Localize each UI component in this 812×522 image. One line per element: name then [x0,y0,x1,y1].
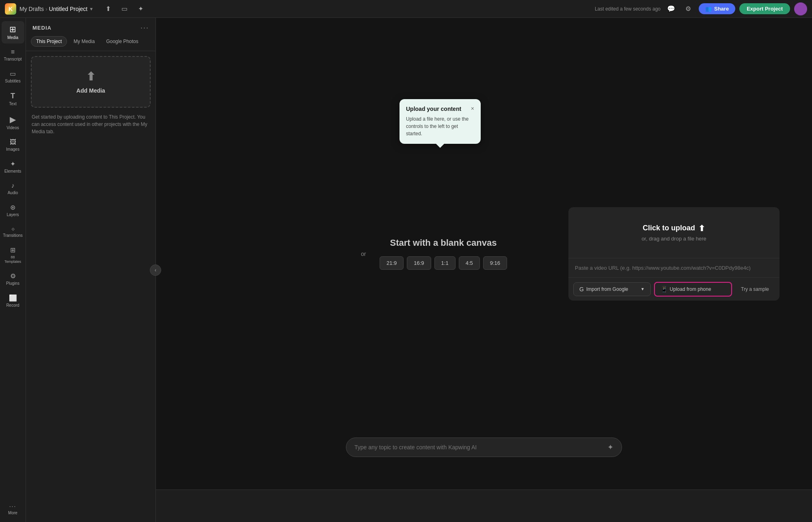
share-icon: 👥 [705,6,712,12]
sidebar-item-transitions[interactable]: ⟐ Transitions [2,222,24,241]
templates-icon: ⊞ [10,246,15,254]
plugins-icon: ⚙ [10,272,16,280]
export-button[interactable]: Export Project [739,3,790,14]
upload-actions: G Import from Google ▼ 📱 Upload from pho… [568,278,780,301]
ai-prompt-bar: ✦ [346,438,622,457]
ratio-16-9[interactable]: 16:9 [407,256,431,270]
breadcrumb-separator: › [45,6,48,12]
media-icon: ⊞ [9,24,16,34]
drag-text: or, drag and drop a file here [577,236,771,242]
upload-phone-button[interactable]: 📱 Upload from phone [654,282,732,297]
more-icon: ··· [9,503,17,509]
panel-tabs: This Project My Media Google Photos [26,36,155,51]
main-layout: ⊞ Media ≡ Transcript ▭ Subtitles T Text … [0,18,812,522]
canvas-content: Start with a blank canvas 21:9 16:9 1:1 … [156,18,812,490]
panel-header: MEDIA ··· [26,18,155,36]
sidebar-item-audio[interactable]: ♪ Audio [2,179,24,199]
tooltip-close-button[interactable]: × [471,106,474,111]
share-button[interactable]: 👥 Share [699,3,735,14]
upload-icon-btn[interactable]: ⬆ [102,2,114,15]
ratio-9-16[interactable]: 9:16 [483,256,507,270]
images-icon: 🖼 [10,139,16,146]
ratio-buttons: 21:9 16:9 1:1 4:5 9:16 [380,256,507,270]
sidebar-item-images[interactable]: 🖼 Images [2,135,24,155]
sidebar-item-text[interactable]: T Text [2,89,24,110]
panel-title: MEDIA [32,25,52,31]
chevron-down-icon: ▼ [89,6,94,11]
settings-gear-btn[interactable]: ⚙ [682,2,695,15]
phone-icon: 📱 [661,286,667,292]
elements-icon: ✦ [10,160,15,168]
tab-google-photos[interactable]: Google Photos [101,36,143,47]
upload-icon: ⬆ [86,70,95,83]
topbar: K My Drafts › Untitled Project ▼ ⬆ ▭ ✦ L… [0,0,812,18]
sidebar-item-templates[interactable]: ⊞ 88 Templates [2,243,24,267]
canvas-area: Start with a blank canvas 21:9 16:9 1:1 … [156,18,812,522]
transitions-icon: ⟐ [11,225,15,232]
ai-prompt-input[interactable] [354,444,603,451]
sidebar-item-transcript[interactable]: ≡ Transcript [2,45,24,65]
icon-sidebar: ⊞ Media ≡ Transcript ▭ Subtitles T Text … [0,18,26,522]
panel-collapse-button[interactable]: ‹ [150,264,161,276]
chevron-down-icon: ▼ [641,287,645,291]
ratio-4-5[interactable]: 4:5 [459,256,480,270]
panel-body: ⬆ Add Media Get started by uploading con… [26,51,155,522]
media-panel: MEDIA ··· This Project My Media Google P… [26,18,156,522]
sidebar-item-videos[interactable]: ▶ Videos [2,111,24,134]
breadcrumb-my-drafts[interactable]: My Drafts [19,6,44,12]
click-upload-text: Click to upload ⬆ [577,223,771,233]
bottom-bar [156,490,812,522]
topbar-right: Last edited a few seconds ago 💬 ⚙ 👥 Shar… [595,2,807,15]
panel-more-button[interactable]: ··· [140,24,149,32]
app-logo: K [5,3,16,15]
sidebar-item-record[interactable]: ⬜ Record [2,291,24,311]
blank-canvas-title: Start with a blank canvas [390,238,497,248]
sidebar-item-media[interactable]: ⊞ Media [2,21,24,43]
sidebar-item-more[interactable]: ··· More [2,500,24,519]
url-paste-section [568,258,780,278]
topbar-actions: ⬆ ▭ ✦ [102,2,147,15]
tooltip-header: Upload your content × [406,106,474,112]
sidebar-item-elements[interactable]: ✦ Elements [2,157,24,177]
text-icon: T [11,92,15,100]
sidebar-item-layers[interactable]: ⊛ Layers [2,200,24,221]
tab-this-project[interactable]: This Project [31,36,67,47]
avatar[interactable] [794,2,807,15]
upload-arrow-icon: ⬆ [698,223,705,233]
google-icon: G [579,286,584,292]
ratio-1-1[interactable]: 1:1 [434,256,456,270]
videos-icon: ▶ [10,115,16,124]
ai-prompt-icon: ✦ [607,443,613,452]
breadcrumb: My Drafts › Untitled Project ▼ [19,6,93,12]
try-sample-button[interactable]: Try a sample [735,283,775,295]
settings-icon-btn[interactable]: ✦ [134,2,147,15]
project-name[interactable]: Untitled Project ▼ [49,6,94,12]
or-separator: or [361,251,366,257]
sidebar-item-plugins[interactable]: ⚙ Plugins [2,269,24,289]
layers-icon: ⊛ [10,204,15,211]
tooltip-title: Upload your content [406,106,461,112]
panel-description: Get started by uploading content to This… [31,113,151,135]
sidebar-item-subtitles[interactable]: ▭ Subtitles [2,67,24,87]
present-icon-btn[interactable]: ▭ [118,2,131,15]
tab-my-media[interactable]: My Media [69,36,99,47]
upload-zone-container: Click to upload ⬆ or, drag and drop a fi… [568,207,780,301]
url-paste-input[interactable] [575,263,773,273]
upload-drop-zone[interactable]: Click to upload ⬆ or, drag and drop a fi… [568,207,780,258]
ratio-21-9[interactable]: 21:9 [380,256,404,270]
record-icon: ⬜ [9,294,17,302]
transcript-icon: ≡ [11,48,15,56]
save-status: Last edited a few seconds ago [595,6,661,12]
tooltip-text: Upload a file here, or use the controls … [406,115,474,137]
comment-icon-btn[interactable]: 💬 [665,2,678,15]
upload-tooltip: Upload your content × Upload a file here… [400,99,481,144]
blank-canvas-section: Start with a blank canvas 21:9 16:9 1:1 … [380,238,507,270]
import-google-button[interactable]: G Import from Google ▼ [573,282,651,296]
add-media-button[interactable]: ⬆ Add Media [31,56,151,108]
subtitles-icon: ▭ [10,70,16,78]
audio-icon: ♪ [11,182,15,189]
